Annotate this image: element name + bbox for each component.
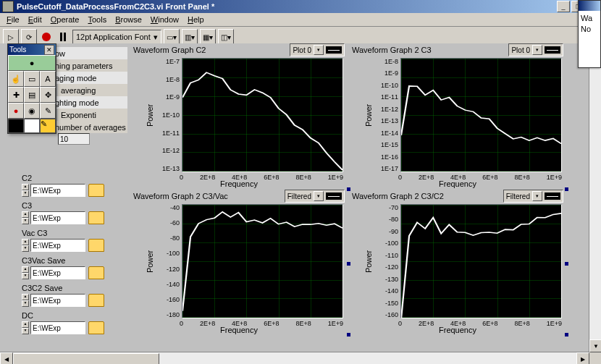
menu-operate[interactable]: Operate — [47, 14, 83, 25]
tools-palette-close-button[interactable]: ✕ — [44, 45, 54, 55]
setting-row[interactable]: ning parameters — [52, 59, 127, 72]
legend-menu-icon[interactable]: ▾ — [532, 191, 542, 201]
selection-handle[interactable] — [565, 333, 568, 337]
x-axis-label: Frequency — [349, 179, 566, 188]
path-input[interactable]: E:\WExp — [30, 294, 85, 307]
tool-position[interactable]: ▭ — [24, 71, 40, 87]
waveform-graph-c3c2: Waveform Graph 2 C3/C2 Filtered ▾ Power … — [349, 190, 566, 334]
menu-window[interactable]: Window — [147, 14, 182, 25]
selection-handle[interactable] — [565, 262, 568, 266]
browse-folder-icon[interactable] — [88, 184, 104, 197]
minimize-button[interactable]: _ — [557, 1, 570, 12]
num-averages-input[interactable]: 10 — [58, 133, 90, 145]
setting-row[interactable]: ow — [52, 47, 127, 59]
plot-area[interactable] — [182, 58, 343, 172]
setting-row[interactable]: ghting mode — [52, 96, 127, 109]
menu-browse[interactable]: Browse — [112, 14, 146, 25]
tool-auto[interactable]: ● — [8, 55, 56, 71]
path-input[interactable]: E:\WExp — [30, 266, 85, 279]
selection-handle[interactable] — [347, 262, 350, 266]
path-input[interactable]: E:\WExp — [30, 211, 85, 224]
path-input[interactable]: E:\WExp — [30, 321, 85, 334]
path-index-spinner[interactable]: ▲▼ — [22, 184, 28, 197]
fg-color-swatch[interactable] — [8, 119, 24, 133]
tools-palette[interactable]: Tools ✕ ● ☝ ▭ A ✚ ▤ ✥ ● ◉ ✎ ✎ — [7, 43, 56, 134]
font-dropdown-icon: ▾ — [154, 33, 158, 42]
path-label: C2 — [22, 174, 123, 182]
y-axis-label: Power — [145, 204, 155, 318]
graph-title: Waveform Graph 2 C3 — [352, 46, 505, 54]
path-index-spinner[interactable]: ▲▼ — [22, 239, 28, 252]
vertical-scrollbar[interactable]: ▲ ▼ — [589, 43, 601, 352]
run-continuous-button[interactable]: ⟳ — [21, 29, 37, 45]
tool-breakpoint[interactable]: ● — [8, 103, 24, 119]
selection-handle[interactable] — [565, 187, 568, 191]
setting-row[interactable]: Exponenti — [58, 109, 127, 121]
path-index-spinner[interactable]: ▲▼ — [22, 294, 28, 307]
scroll-corner — [589, 352, 601, 364]
reorder-button[interactable]: ▦▾ — [200, 29, 216, 45]
y-axis-ticks: 1E-71E-81E-91E-101E-111E-121E-13 — [155, 58, 182, 172]
legend-menu-icon[interactable]: ▾ — [314, 191, 324, 201]
menu-tools[interactable]: Tools — [84, 14, 110, 25]
legend-menu-icon[interactable]: ▾ — [314, 45, 324, 55]
plot-area[interactable] — [400, 204, 562, 318]
plot-legend[interactable]: Plot 0 ▾ — [508, 43, 563, 56]
browse-folder-icon[interactable] — [88, 239, 104, 252]
setting-row[interactable]: aging mode — [52, 72, 127, 84]
font-selector[interactable]: 12pt Application Font ▾ — [72, 30, 161, 44]
menu-help[interactable]: Help — [184, 14, 208, 25]
run-button[interactable]: ▷ — [3, 29, 19, 45]
scroll-down-button[interactable]: ▼ — [589, 339, 601, 352]
tool-shortcut[interactable]: ▤ — [24, 87, 40, 103]
scroll-right-button[interactable]: ▶ — [576, 352, 589, 364]
browse-folder-icon[interactable] — [88, 266, 104, 279]
tools-palette-title: Tools — [9, 46, 26, 54]
path-index-spinner[interactable]: ▲▼ — [22, 211, 28, 224]
tool-wiring[interactable]: ✚ — [8, 87, 24, 103]
horizontal-scrollbar[interactable]: ◀ ▶ — [0, 352, 589, 364]
tool-scroll[interactable]: ✥ — [40, 87, 56, 103]
path-input[interactable]: E:\WExp — [30, 184, 85, 197]
legend-line-sample — [326, 46, 342, 54]
bg-color-swatch[interactable] — [24, 119, 40, 133]
plot-trace — [182, 205, 342, 318]
plot-legend[interactable]: Filtered ▾ — [503, 190, 563, 203]
plot-legend[interactable]: Filtered ▾ — [285, 190, 345, 203]
path-index-spinner[interactable]: ▲▼ — [22, 321, 28, 334]
menu-file[interactable]: File — [3, 14, 23, 25]
menu-edit[interactable]: Edit — [25, 14, 46, 25]
secondary-window-titlebar[interactable] — [579, 1, 600, 11]
setting-row[interactable]: averaging — [58, 84, 127, 96]
align-button[interactable]: ▭▾ — [164, 29, 180, 45]
setting-row[interactable]: number of averages — [52, 121, 127, 133]
tool-coloring[interactable]: ✎ — [40, 119, 56, 133]
tool-operate[interactable]: ☝ — [8, 71, 24, 87]
scroll-thumb[interactable] — [13, 353, 159, 364]
legend-line-sample — [326, 192, 342, 200]
browse-folder-icon[interactable] — [88, 294, 104, 307]
scroll-left-button[interactable]: ◀ — [0, 352, 13, 364]
plot-area[interactable] — [182, 204, 343, 318]
abort-button[interactable] — [39, 30, 54, 44]
selection-handle[interactable] — [347, 187, 350, 191]
selection-handle[interactable] — [347, 333, 350, 337]
resize-button[interactable]: ◫▾ — [218, 29, 234, 45]
pause-button[interactable] — [56, 30, 70, 44]
waveform-graph-c3vac: Waveform Graph 2 C3/Vac Filtered ▾ Power… — [130, 190, 348, 334]
plot-area[interactable] — [400, 58, 562, 172]
browse-folder-icon[interactable] — [88, 321, 104, 334]
plot-legend[interactable]: Plot 0 ▾ — [290, 43, 345, 56]
path-index-spinner[interactable]: ▲▼ — [22, 266, 28, 279]
legend-menu-icon[interactable]: ▾ — [532, 45, 542, 55]
tool-probe[interactable]: ◉ — [24, 103, 40, 119]
tool-text[interactable]: A — [40, 71, 56, 87]
browse-folder-icon[interactable] — [88, 211, 104, 224]
graph-title: Waveform Graph C2 — [133, 46, 287, 54]
tool-color-copy[interactable]: ✎ — [40, 103, 56, 119]
path-input[interactable]: E:\WExp — [30, 239, 85, 252]
secondary-window-sliver[interactable]: Wa No — [578, 0, 601, 68]
distribute-button[interactable]: ▥▾ — [182, 29, 198, 45]
path-label: Vac C3 — [22, 229, 123, 237]
plot-trace — [401, 59, 561, 172]
